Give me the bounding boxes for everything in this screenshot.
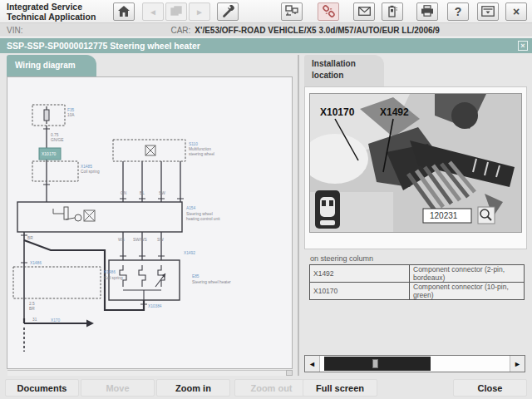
zoom-in-button[interactable]: Zoom in <box>156 379 230 397</box>
svg-text:SW: SW <box>159 191 165 195</box>
mail-button[interactable] <box>353 2 375 21</box>
table-row[interactable]: X1492 Component connector (2-pin, bordea… <box>310 265 525 283</box>
document-title: SSP-SSP-SP0000012775 Steering wheel heat… <box>7 41 200 51</box>
vehicle-info-bar: VIN: CAR: X'/E53/OFF-ROAD VEHICLE/X5 3.0… <box>0 23 532 37</box>
print-button[interactable] <box>416 2 438 21</box>
fuse-box <box>32 105 65 126</box>
minimize-button[interactable] <box>477 2 499 21</box>
ground-arrow <box>86 320 94 328</box>
svg-text:X10384: X10384 <box>148 304 162 308</box>
heater-box <box>109 260 180 300</box>
svg-text:X1486: X1486 <box>104 270 116 274</box>
connector-code: X1492 <box>310 265 410 283</box>
app-title-line2: Technical Application <box>7 12 96 22</box>
vin-label: VIN: <box>7 26 22 35</box>
svg-text:X1485: X1485 <box>81 165 92 169</box>
back-icon: ◄ <box>149 7 157 17</box>
svg-text:E85: E85 <box>192 274 200 278</box>
sessions-button[interactable] <box>165 2 187 21</box>
photo-zoom-button[interactable] <box>478 207 495 224</box>
car-label: CAR: <box>170 26 190 35</box>
photo-label-x10170: X10170 <box>320 106 355 118</box>
svg-text:SW/WS: SW/WS <box>133 238 147 242</box>
diagram-hscrollbar-box[interactable] <box>286 370 293 376</box>
footer-button-bar: Documents Move Zoom in Zoom out Full scr… <box>0 376 532 399</box>
panel-splitter[interactable] <box>298 55 299 376</box>
installation-photo[interactable]: X10170 X1492 120231 <box>309 93 522 233</box>
back-button[interactable]: ◄ <box>142 2 164 21</box>
svg-text:Steering wheel: Steering wheel <box>186 212 213 216</box>
tab-installation-line1: Installation <box>312 58 384 70</box>
multifunction-box <box>113 140 185 161</box>
svg-text:X1492: X1492 <box>184 251 195 255</box>
svg-text:10A: 10A <box>67 113 75 117</box>
close-icon: × <box>513 5 520 18</box>
highlighted-connector[interactable]: X10170 <box>39 148 61 160</box>
control-unit-box <box>17 202 182 232</box>
svg-text:heating control unit: heating control unit <box>186 217 220 221</box>
close-document-icon[interactable]: × <box>518 41 528 51</box>
broken-link-icon <box>322 4 336 20</box>
close-app-button[interactable]: × <box>505 2 527 21</box>
svg-text:steering wheel: steering wheel <box>189 152 214 156</box>
help-button[interactable]: ? <box>447 2 469 21</box>
workshop-button[interactable] <box>217 2 239 21</box>
svg-text:Steering wheel heater: Steering wheel heater <box>192 280 231 284</box>
right-panel-hscrollbar[interactable]: ◄ ► <box>304 355 525 372</box>
vehicle-connection-button[interactable] <box>318 2 339 21</box>
wiring-diagram-svg: X10170 <box>7 77 292 368</box>
mail-icon <box>358 7 371 17</box>
svg-text:WS: WS <box>118 238 125 242</box>
devices-icon <box>285 5 298 18</box>
app-title: Integrated Service Technical Application <box>7 2 96 22</box>
ista-window: Integrated Service Technical Application… <box>0 0 532 399</box>
svg-text:Multifunction: Multifunction <box>189 147 211 151</box>
connector-table: X1492 Component connector (2-pin, bordea… <box>309 264 525 300</box>
svg-text:BR: BR <box>29 307 35 311</box>
scrollbar-thumb[interactable] <box>324 357 431 371</box>
close-button[interactable]: Close <box>453 379 527 397</box>
svg-text:2.5: 2.5 <box>29 302 35 306</box>
photo-label-x1492: X1492 <box>380 106 409 118</box>
wiring-diagram-panel[interactable]: X10170 <box>7 76 293 369</box>
zoom-out-button[interactable]: Zoom out <box>234 379 308 397</box>
scroll-right-arrow[interactable]: ► <box>510 356 525 372</box>
scrollbar-track[interactable] <box>319 356 510 372</box>
move-button[interactable]: Move <box>81 379 155 397</box>
svg-text:31: 31 <box>32 318 37 322</box>
wrench-icon <box>222 5 234 19</box>
app-title-line1: Integrated Service <box>7 2 96 12</box>
car-position-icon <box>315 190 340 229</box>
svg-text:BR: BR <box>27 236 33 240</box>
svg-text:BL: BL <box>140 191 145 195</box>
home-icon <box>118 6 130 18</box>
connector-code: X10170 <box>310 283 410 300</box>
tab-installation-line2: location <box>312 70 384 81</box>
connection-manager-button[interactable] <box>281 2 303 21</box>
forward-button[interactable]: ► <box>189 2 210 21</box>
svg-text:S110: S110 <box>189 142 198 146</box>
svg-text:F35: F35 <box>67 108 75 112</box>
scroll-left-arrow[interactable]: ◄ <box>305 356 319 372</box>
car-value: X'/E53/OFF-ROAD VEHICLE/X5 3.0d/M57/AUTO… <box>195 26 440 35</box>
documents-button[interactable]: Documents <box>5 379 79 397</box>
diagram-hscrollbar[interactable] <box>7 370 286 376</box>
top-header: Integrated Service Technical Application… <box>0 0 532 23</box>
connector-desc: Component connector (2-pin, bordeaux) <box>410 265 525 283</box>
coil-spring-box-2 <box>13 267 101 298</box>
coil-spring-box-1 <box>32 161 78 181</box>
battery-button[interactable] <box>382 2 403 21</box>
tab-installation-location[interactable]: Installation location <box>304 55 384 86</box>
help-icon: ? <box>455 5 462 18</box>
svg-text:SW: SW <box>157 238 164 242</box>
svg-text:GN/GE: GN/GE <box>51 138 63 142</box>
forward-icon: ► <box>195 7 204 17</box>
printer-icon <box>421 5 434 18</box>
svg-text:X10170: X10170 <box>42 151 56 156</box>
battery-icon <box>387 5 397 19</box>
full-screen-button[interactable]: Full screen <box>303 379 377 397</box>
table-row[interactable]: X10170 Component connector (10-pin, gree… <box>310 283 525 300</box>
tab-wiring-diagram[interactable]: Wiring diagram <box>7 55 96 76</box>
home-button[interactable] <box>113 2 135 21</box>
connector-desc: Component connector (10-pin, green) <box>410 283 525 300</box>
